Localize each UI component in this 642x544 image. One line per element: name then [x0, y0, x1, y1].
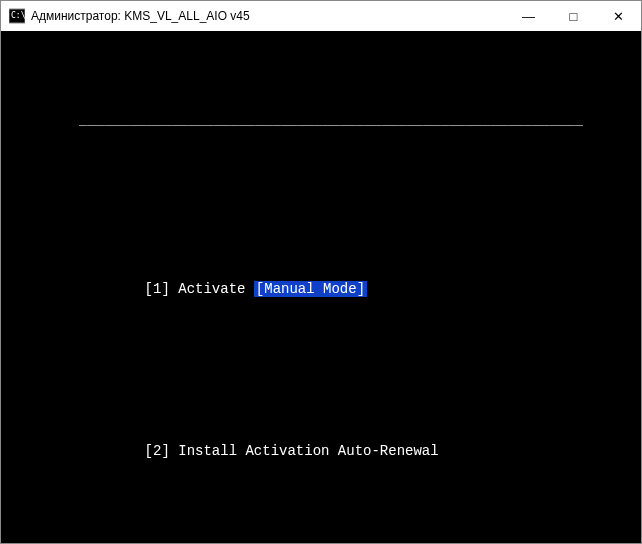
cmd-icon: C:\	[9, 8, 25, 24]
divider: ________________________________________…	[79, 110, 583, 130]
menu-item-install[interactable]: [2] Install Activation Auto-Renewal	[11, 421, 631, 482]
menu-item-uninstall[interactable]: [3] Uninstall Completely	[11, 522, 631, 544]
console-area[interactable]: ________________________________________…	[1, 31, 641, 544]
mode-badge: [Manual Mode]	[254, 281, 367, 297]
minimize-button[interactable]: —	[506, 1, 551, 31]
maximize-button[interactable]: □	[551, 1, 596, 31]
window-title: Администратор: KMS_VL_ALL_AIO v45	[31, 9, 506, 23]
menu-item-activate[interactable]: [1] Activate [Manual Mode]	[11, 258, 631, 319]
svg-text:C:\: C:\	[11, 11, 25, 20]
window-controls: — □ ✕	[506, 1, 641, 31]
close-button[interactable]: ✕	[596, 1, 641, 31]
window-titlebar: C:\ Администратор: KMS_VL_ALL_AIO v45 — …	[1, 1, 641, 31]
